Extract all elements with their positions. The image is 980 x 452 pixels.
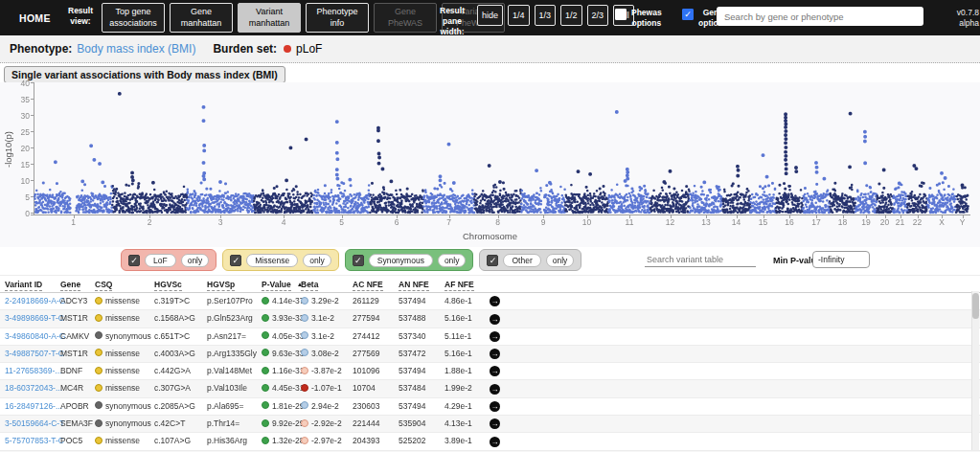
y-tick-label: 5 — [5, 192, 30, 202]
hgvsp-cell: p.Ala695= — [206, 397, 261, 415]
chromosome-tick-label: X — [934, 217, 949, 227]
gene-name: POC5 — [59, 433, 94, 450]
an-nfe-cell: 537484 — [398, 380, 444, 397]
variant-id-link[interactable]: 2-24918669-A-G — [5, 296, 65, 305]
filter-only-button-other[interactable]: only — [546, 254, 575, 267]
pane-width-button-1-4[interactable]: 1/4 — [508, 5, 530, 26]
phewas-options-checkbox[interactable] — [615, 9, 627, 20]
variant-id-link[interactable]: 16-28497126-... — [5, 401, 62, 411]
open-variant-button[interactable]: → — [490, 437, 500, 447]
hgvsp-cell: p.Val148Met — [206, 363, 261, 380]
af-nfe-cell: 1.88e-1 — [444, 363, 489, 380]
open-variant-button[interactable]: → — [490, 366, 500, 376]
variant-id-link[interactable]: 18-60372043-... — [5, 383, 62, 393]
hgvsc-cell: c.442G>A — [153, 363, 206, 380]
pvalue-cell: 4.05e-33 — [261, 328, 300, 345]
pvalue-cell: 9.63e-33 — [261, 345, 300, 362]
variant-id-link[interactable]: 3-49887507-T-C — [5, 349, 64, 358]
csq-dot-icon — [95, 314, 103, 322]
variant-row: 16-28497126-...APOBRsynonymousc.2085A>Gp… — [0, 397, 980, 415]
filter-group-other: ✓Otheronly — [479, 249, 581, 271]
scrollbar-track[interactable] — [971, 291, 979, 450]
phenotype-label: Phenotype: — [10, 42, 72, 56]
open-variant-button[interactable]: → — [490, 331, 500, 342]
pvalue-cell: 4.14e-37 — [261, 293, 300, 310]
filter-only-button-missense[interactable]: only — [303, 254, 331, 267]
scrollbar-thumb[interactable] — [972, 293, 979, 319]
filter-checkbox-synonymous[interactable]: ✓ — [353, 255, 364, 266]
filter-only-button-lof[interactable]: only — [181, 254, 210, 267]
variant-id-link[interactable]: 5-75707853-T-C — [5, 436, 64, 445]
column-header-hgvsp[interactable]: HGVSp — [207, 280, 235, 291]
variant-id-link[interactable]: 11-27658369-... — [5, 366, 61, 375]
min-pvalue-input[interactable] — [812, 251, 870, 268]
hgvsc-cell: c.307G>A — [153, 380, 206, 397]
pane-width-button-1-3[interactable]: 1/3 — [535, 5, 557, 26]
app-root: HOME Result view: Top gene associationsG… — [0, 0, 980, 452]
gene-name: MST1R — [59, 310, 94, 328]
nav-button-variant-manhattan[interactable]: Variant manhattan — [238, 3, 301, 33]
filter-label-missense: Missense — [246, 254, 298, 267]
filter-label-synonymous: Synonymous — [369, 254, 433, 267]
ac-nfe-cell: 10704 — [352, 380, 398, 397]
column-header-hgvsc[interactable]: HGVSc — [154, 280, 182, 291]
variant-row: 18-60372043-...MC4Rmissensec.307G>Ap.Val… — [0, 380, 980, 397]
variant-id-link[interactable]: 3-50159664-C-T — [5, 418, 64, 428]
csq-cell: missense — [94, 363, 153, 380]
column-header-an-nfe[interactable]: AN NFE — [399, 280, 429, 291]
hgvsc-cell: c.319T>C — [153, 293, 206, 310]
pvalue-cell: 3.93e-33 — [261, 310, 300, 328]
burden-set-label: Burden set: — [213, 42, 277, 56]
variant-row: 2-24918669-A-GADCY3missensec.319T>Cp.Ser… — [0, 293, 980, 310]
ac-nfe-cell: 274412 — [352, 328, 398, 345]
x-axis-label: Chromosome — [0, 231, 980, 241]
an-nfe-cell: 537494 — [398, 397, 444, 415]
column-header-af-nfe[interactable]: AF NFE — [444, 280, 474, 291]
chromosome-tick-label: 8 — [490, 217, 506, 227]
nav-button-top-gene-associations[interactable]: Top gene associations — [102, 3, 165, 33]
phenotype-link[interactable]: Body mass index (BMI) — [77, 42, 195, 56]
filter-checkbox-lof[interactable]: ✓ — [128, 255, 140, 266]
open-variant-button[interactable]: → — [490, 401, 500, 412]
filter-checkbox-missense[interactable]: ✓ — [230, 255, 241, 266]
open-variant-button[interactable]: → — [490, 384, 500, 395]
pvalue-cell: 9.92e-29 — [261, 416, 300, 433]
column-header-p-value[interactable]: P-Value — [262, 280, 291, 291]
open-variant-button[interactable]: → — [490, 296, 500, 306]
beta-dot-icon — [301, 437, 308, 444]
beta-cell: 3.1e-2 — [300, 310, 352, 328]
beta-dot-icon — [301, 384, 308, 392]
column-header-ac-nfe[interactable]: AC NFE — [353, 280, 383, 291]
pane-width-button-hide[interactable]: hide — [477, 5, 503, 26]
column-header-beta[interactable]: Beta — [301, 280, 318, 291]
gene-name: CAMKV — [59, 328, 94, 345]
column-header-variant-id[interactable]: Variant ID — [5, 280, 42, 291]
filter-group-missense: ✓Missenseonly — [222, 249, 339, 271]
open-variant-button[interactable]: → — [490, 314, 500, 325]
csq-dot-icon — [95, 349, 103, 356]
variant-id-link[interactable]: 3-49898669-T-C — [5, 313, 64, 323]
open-variant-button[interactable]: → — [490, 418, 500, 429]
chromosome-tick-label: 11 — [622, 217, 637, 227]
top-nav-bar: HOME Result view: Top gene associationsG… — [0, 0, 980, 35]
home-button[interactable]: HOME — [19, 12, 51, 24]
beta-cell: -2.92e-2 — [300, 416, 352, 433]
nav-button-phenotype-info[interactable]: Phenotype info — [306, 3, 369, 33]
column-header-csq[interactable]: CSQ — [95, 280, 112, 291]
nav-button-gene-manhattan[interactable]: Gene manhattan — [170, 3, 233, 33]
pane-width-button-1-2[interactable]: 1/2 — [560, 5, 582, 26]
filter-checkbox-other[interactable]: ✓ — [487, 255, 498, 266]
pvalue-cell: 1.16e-31 — [261, 363, 300, 380]
section-title-badge: Single variant associations with Body ma… — [4, 66, 285, 83]
hgvsc-cell: c.1568A>G — [153, 310, 206, 328]
global-search-input[interactable] — [717, 7, 923, 26]
column-header-gene[interactable]: Gene — [60, 280, 80, 291]
variant-table-search-input[interactable] — [645, 253, 756, 267]
open-variant-button[interactable]: → — [490, 349, 500, 359]
gene-options-checkbox[interactable]: ✓ — [682, 9, 694, 20]
variant-id-link[interactable]: 3-49860840-A-G — [5, 331, 65, 341]
filter-only-button-synonymous[interactable]: only — [438, 254, 467, 267]
af-nfe-cell: 4.13e-1 — [444, 416, 489, 433]
an-nfe-cell: 537494 — [398, 363, 444, 380]
pane-width-button-2-3[interactable]: 2/3 — [587, 5, 609, 26]
